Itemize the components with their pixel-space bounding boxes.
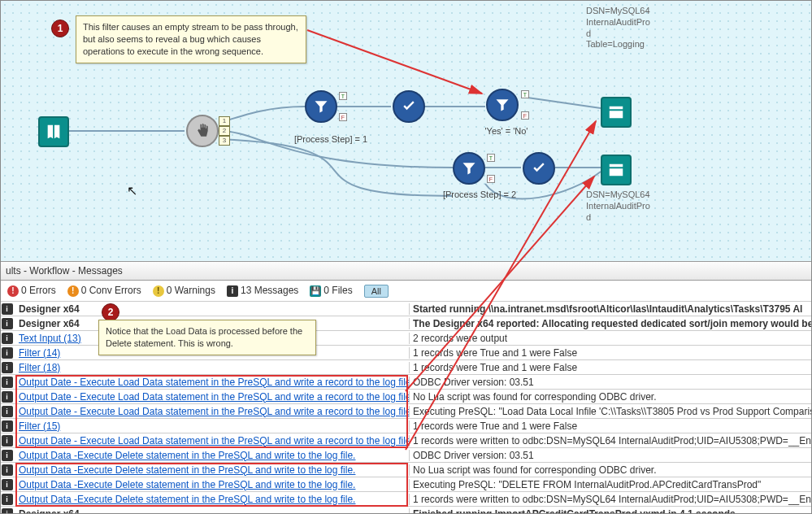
message-text: 2 records were output: [410, 333, 811, 344]
message-source[interactable]: Output Date - Execute Load Data statemen…: [15, 391, 410, 403]
block-outputs: 123: [219, 116, 230, 146]
message-source[interactable]: Filter (15): [15, 420, 410, 432]
message-source[interactable]: Output Date - Execute Load Data statemen…: [15, 435, 410, 446]
message-row-icon: i: [1, 377, 15, 388]
tabs-label: ults - Workflow - Messages: [6, 265, 123, 277]
select-tool-2[interactable]: [523, 152, 555, 185]
message-text: Finished running ImportAPCreditCardTrans…: [410, 508, 811, 515]
annotation-box-1: This filter causes an empty stream to be…: [76, 15, 306, 63]
message-row-icon: i: [1, 406, 15, 417]
conv-error-icon: !: [67, 285, 79, 297]
files-stat[interactable]: 💾0 Files: [310, 285, 352, 297]
warnings-stat[interactable]: !0 Warnings: [153, 285, 215, 297]
message-text: The Designer x64 reported: Allocating re…: [410, 318, 811, 329]
message-text: 1 records were True and 1 were False: [410, 347, 811, 359]
errors-stat[interactable]: !0 Errors: [7, 285, 56, 297]
message-text: 1 records were True and 1 were False: [410, 362, 811, 373]
message-source[interactable]: Output Data -Execute Delete statement in…: [15, 464, 410, 476]
block-until-done-tool[interactable]: [186, 115, 219, 147]
message-row: iOutput Date - Execute Load Data stateme…: [1, 375, 811, 390]
message-row-icon: i: [1, 347, 15, 359]
message-row-icon: i: [1, 391, 15, 403]
message-source[interactable]: Output Data -Execute Delete statement in…: [15, 494, 410, 505]
message-text: 1 records were True and 1 were False: [410, 420, 811, 432]
app-root: 1 This filter causes an empty stream to …: [0, 0, 812, 514]
messages-stat[interactable]: i13 Messages: [227, 285, 298, 297]
messages-icon: i: [227, 285, 238, 297]
message-row-icon: i: [1, 333, 15, 344]
message-text: 1 records were written to odbc:DSN=MySQL…: [410, 494, 811, 505]
message-row-icon: i: [1, 435, 15, 446]
filter-tool-1[interactable]: [305, 90, 337, 123]
message-row-icon: i: [1, 479, 15, 490]
annotation-badge-1: 1: [51, 20, 69, 37]
message-source[interactable]: Output Data -Execute Delete statement in…: [15, 479, 410, 490]
message-row-icon: i: [1, 318, 15, 329]
database-write-icon: [607, 103, 625, 121]
message-row: iFilter (18)1 records were True and 1 we…: [1, 360, 811, 375]
funnel-icon: [461, 160, 477, 176]
message-text: Executing PreSQL: "Load Data Local Infil…: [410, 406, 811, 417]
message-source: Designer x64: [15, 303, 410, 315]
output-data-tool-2[interactable]: [601, 155, 632, 185]
message-row: iDesigner x64Finished running ImportAPCr…: [1, 507, 811, 514]
message-text: ODBC Driver version: 03.51: [410, 377, 811, 388]
message-row: iFilter (15)1 records were True and 1 we…: [1, 419, 811, 433]
message-source: Designer x64: [15, 508, 410, 515]
message-text: Started running \\na.intranet.msd\fsroot…: [410, 303, 811, 315]
message-row-icon: i: [1, 464, 15, 476]
files-icon: 💾: [310, 285, 321, 297]
message-row: iDesigner x64Started running \\na.intran…: [1, 302, 811, 316]
error-icon: !: [7, 285, 19, 297]
message-row-icon: i: [1, 508, 15, 515]
message-row-icon: i: [1, 303, 15, 315]
filter-tool-2[interactable]: [453, 152, 485, 185]
message-text: 1 records were written to odbc:DSN=MySQL…: [410, 435, 811, 446]
check-icon: [531, 160, 547, 176]
message-row: iOutput Date - Execute Load Data stateme…: [1, 390, 811, 404]
funnel-icon: [494, 97, 510, 113]
all-filter-button[interactable]: All: [364, 285, 389, 298]
message-row-icon: i: [1, 494, 15, 505]
message-row-icon: i: [1, 362, 15, 373]
filter-2-label: [Process Step] = 2: [435, 189, 524, 199]
filter-tool-top[interactable]: [486, 89, 519, 121]
filter-1-label: [Process Step] = 1: [290, 134, 371, 144]
filter-top-label: 'Yes' = 'No': [474, 126, 539, 136]
message-text: No Lua script was found for correspondin…: [410, 464, 811, 476]
annotation-box-2: Notice that the Load Data is processed b…: [98, 320, 316, 355]
message-source[interactable]: Output Data -Execute Delete statement in…: [15, 450, 410, 461]
workflow-canvas[interactable]: 1 This filter causes an empty stream to …: [1, 1, 811, 261]
text-input-tool[interactable]: [38, 116, 69, 147]
hand-icon: [194, 123, 211, 139]
messages-panel: iDesigner x64Started running \\na.intran…: [1, 302, 811, 514]
message-row: iOutput Date - Execute Load Data stateme…: [1, 404, 811, 419]
book-icon: [45, 123, 63, 141]
results-tabs-bar: ults - Workflow - Messages: [1, 261, 811, 281]
message-text: No Lua script was found for correspondin…: [410, 391, 811, 403]
conv-errors-stat[interactable]: !0 Conv Errors: [67, 285, 141, 297]
message-row-icon: i: [1, 420, 15, 432]
output-data-tool-1[interactable]: [601, 97, 632, 128]
message-row: iOutput Data -Execute Delete statement i…: [1, 448, 811, 463]
select-tool-1[interactable]: [393, 90, 425, 123]
message-source[interactable]: Output Date - Execute Load Data statemen…: [15, 406, 410, 417]
warning-icon: !: [153, 285, 164, 297]
mouse-cursor-icon: ↖: [127, 183, 137, 198]
output-1-info: DSN=MySQL64 InternalAuditPro d Table=Log…: [586, 6, 675, 50]
message-row-icon: i: [1, 450, 15, 461]
message-text: Executing PreSQL: "DELETE FROM InternalA…: [410, 479, 811, 490]
check-icon: [401, 98, 417, 115]
message-source[interactable]: Filter (18): [15, 362, 410, 373]
database-write-icon: [607, 161, 625, 179]
annotation-badge-2: 2: [102, 303, 119, 321]
message-row: iOutput Date - Execute Load Data stateme…: [1, 433, 811, 448]
funnel-icon: [313, 98, 329, 115]
message-row: iOutput Data -Execute Delete statement i…: [1, 477, 811, 492]
message-row: iOutput Data -Execute Delete statement i…: [1, 463, 811, 477]
status-bar: !0 Errors !0 Conv Errors !0 Warnings i13…: [1, 281, 811, 302]
message-text: ODBC Driver version: 03.51: [410, 450, 811, 461]
message-row: iOutput Data -Execute Delete statement i…: [1, 492, 811, 507]
message-source[interactable]: Output Date - Execute Load Data statemen…: [15, 377, 410, 388]
output-2-info: DSN=MySQL64 InternalAuditPro d: [586, 189, 675, 223]
